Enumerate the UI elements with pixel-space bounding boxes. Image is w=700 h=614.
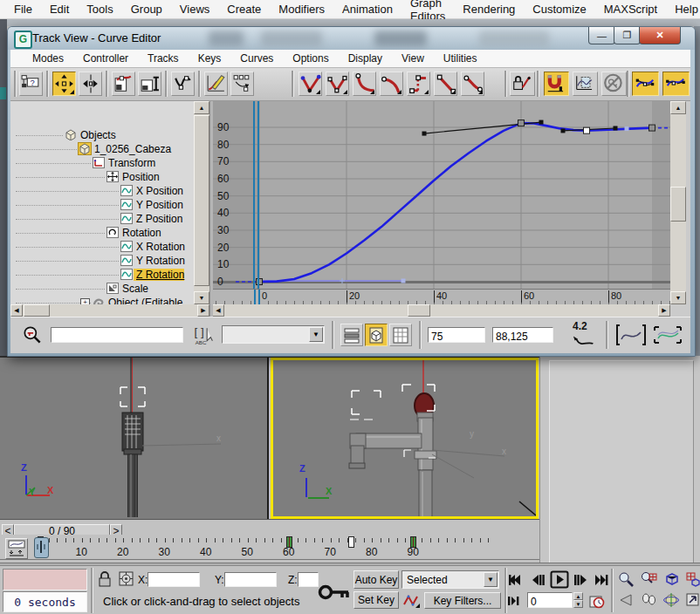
y-coord-field[interactable]	[224, 572, 277, 587]
default-tangent-button[interactable]	[401, 592, 421, 609]
scroll-thumb[interactable]	[24, 304, 50, 317]
scale-keys-button[interactable]	[112, 72, 135, 96]
track-view-window[interactable]: G Track View - Curve Editor — ❐ ✕ ModesC…	[7, 26, 696, 357]
slide-keys-button[interactable]	[79, 72, 102, 96]
snap-frames-button[interactable]	[544, 72, 569, 96]
scroll-left-button[interactable]: ◀	[212, 304, 224, 317]
tree-row-transform[interactable]: Transform	[10, 156, 194, 170]
menu-group[interactable]: Group	[122, 3, 171, 16]
track-set-dropdown[interactable]: ▼	[222, 325, 325, 344]
tangent-auto-button[interactable]	[299, 72, 322, 96]
scroll-down-button[interactable]: ▼	[670, 291, 686, 304]
play-button[interactable]	[550, 570, 569, 589]
tree-row-position[interactable]: Position	[10, 170, 194, 184]
current-frame-field[interactable]: 0	[527, 592, 573, 608]
menu-create[interactable]: Create	[218, 3, 270, 16]
scroll-up-button[interactable]: ▲	[194, 101, 209, 114]
tree-label[interactable]: X Position	[134, 185, 183, 197]
time-config-button[interactable]	[588, 593, 605, 609]
scroll-thumb[interactable]	[408, 304, 430, 317]
tangent-linear-button[interactable]	[434, 72, 457, 96]
scroll-left-button[interactable]: ◀	[10, 304, 23, 317]
menu-help[interactable]: Help	[666, 3, 700, 16]
tree-row-x-rotation[interactable]: X Rotation	[10, 240, 194, 254]
auto-key-button[interactable]: Auto Key	[353, 570, 399, 589]
time-slider-handle[interactable]	[34, 537, 49, 558]
scale-values-button[interactable]	[138, 72, 161, 96]
menu-maxscript[interactable]: MAXScript	[595, 3, 666, 16]
tangent-slow-button[interactable]	[380, 72, 403, 96]
zoom-button[interactable]	[617, 570, 635, 588]
tree-row-y-position[interactable]: Y Position	[10, 198, 194, 212]
scroll-thumb[interactable]	[194, 115, 209, 286]
tv-menu-modes[interactable]: Modes	[23, 52, 73, 65]
tree-label[interactable]: Objects	[78, 129, 116, 141]
tv-menu-tracks[interactable]: Tracks	[138, 52, 189, 65]
next-frame-button[interactable]	[573, 572, 588, 588]
show-selected-stats-button[interactable]	[365, 324, 388, 346]
scroll-up-button[interactable]: ▲	[670, 101, 686, 114]
tree-row-x-position[interactable]: X Position	[10, 184, 194, 198]
edit-track-set-icon[interactable]: [ ]ABC	[190, 323, 216, 346]
tree-label[interactable]: Y Position	[134, 199, 183, 211]
menu-views[interactable]: Views	[171, 3, 218, 16]
key-mode-button[interactable]	[506, 593, 522, 609]
move-keys-button[interactable]	[52, 72, 76, 96]
tangent-step-button[interactable]	[407, 72, 430, 96]
tree-label[interactable]: X Rotation	[134, 241, 185, 253]
scroll-thumb[interactable]	[670, 187, 686, 222]
tree-row-objects[interactable]: Objects	[10, 128, 194, 142]
draw-precision-icon[interactable]: 4.2	[566, 320, 602, 350]
draw-curves-button[interactable]	[204, 72, 228, 96]
trackbar-key-60[interactable]	[286, 536, 292, 548]
pane-splitter[interactable]	[209, 101, 213, 317]
viewport-front[interactable]: xZYX	[0, 358, 269, 519]
graph-vertical-scrollbar[interactable]: ▲▼	[670, 101, 686, 304]
tv-menu-utilities[interactable]: Utilities	[434, 52, 487, 65]
track-name-field[interactable]	[51, 327, 183, 343]
trackbar-key-75[interactable]	[348, 536, 354, 548]
show-track-list-button[interactable]	[340, 324, 363, 346]
curve-out-of-range-button[interactable]	[573, 72, 598, 96]
lock-selection-button[interactable]	[510, 72, 535, 96]
tree-label[interactable]: Transform	[106, 157, 155, 169]
z-coord-field[interactable]	[298, 572, 319, 587]
min-max-toggle-button[interactable]	[684, 591, 700, 609]
tree-label[interactable]: 1_0256_Cabeza	[92, 143, 171, 155]
tangent-fast-button[interactable]	[353, 72, 376, 96]
menu-customize[interactable]: Customize	[524, 3, 594, 16]
tree-row-z-rotation[interactable]: Z Rotation	[10, 268, 194, 282]
reduce-keys-button[interactable]	[230, 72, 254, 96]
tree-label[interactable]: Z Rotation	[134, 269, 184, 281]
selection-lock-icon[interactable]	[98, 570, 112, 588]
filter-button[interactable]: ?	[19, 72, 43, 96]
mini-curve-editor-button[interactable]	[5, 538, 28, 559]
arc-rotate-button[interactable]	[662, 591, 680, 609]
time-indicator[interactable]	[254, 290, 256, 304]
tree-label[interactable]: Rotation	[120, 227, 161, 239]
field-of-view-button[interactable]	[617, 591, 635, 609]
tv-menu-controller[interactable]: Controller	[73, 52, 138, 65]
tree-label[interactable]: Position	[120, 171, 160, 183]
tree-label[interactable]: Scale	[120, 283, 148, 295]
viewport-active[interactable]: yxZX	[271, 358, 539, 519]
show-all-tangents-button[interactable]	[662, 72, 690, 96]
tv-menu-view[interactable]: View	[392, 52, 434, 65]
minimize-button[interactable]: —	[588, 27, 615, 44]
tree-row-1-0256-cabeza[interactable]: 1_0256_Cabeza	[10, 142, 194, 156]
tangent-smooth-button[interactable]	[461, 72, 484, 96]
track-tree[interactable]: Objects1_0256_CabezaTransformPositionX P…	[10, 101, 210, 317]
go-start-button[interactable]	[506, 572, 522, 588]
key-time-field[interactable]: 75	[428, 327, 485, 343]
key-value-field[interactable]: 88,125	[492, 327, 553, 343]
prev-frame-button[interactable]	[529, 572, 545, 588]
zoom-all-button[interactable]	[640, 570, 657, 588]
maxscript-mini-listener[interactable]	[3, 569, 87, 590]
scroll-down-button[interactable]: ▼	[194, 291, 209, 304]
tree-row-z-position[interactable]: Z Position	[10, 212, 194, 226]
key-filters-button[interactable]: Key Filters...	[424, 592, 501, 609]
menu-tools[interactable]: Tools	[78, 3, 121, 16]
show-values-table-button[interactable]	[389, 324, 412, 346]
tree-vertical-scrollbar[interactable]: ▲▼	[194, 101, 209, 304]
tv-menu-options[interactable]: Options	[283, 52, 338, 65]
